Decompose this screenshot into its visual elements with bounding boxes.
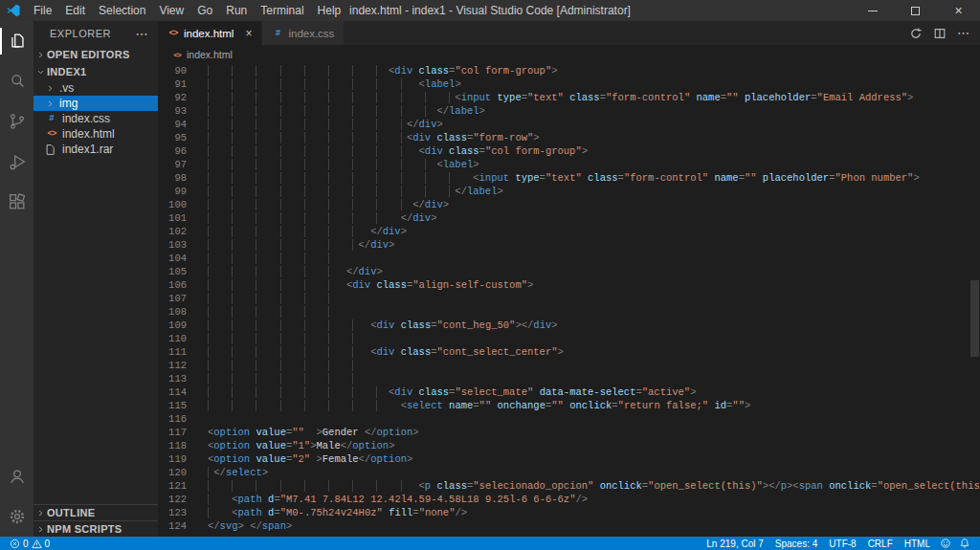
- code-line[interactable]: 99 </label>: [158, 185, 980, 198]
- code-line-text: [187, 372, 370, 385]
- notifications-bell-icon[interactable]: [955, 538, 974, 549]
- code-line[interactable]: 119<option value="2" >Female</option>: [158, 452, 980, 466]
- code-line[interactable]: 115 <select name="" onchange="" onclick=…: [158, 399, 980, 412]
- open-changes-icon[interactable]: [909, 27, 923, 40]
- code-line-text: <p class="selecionado_opcion" onclick="o…: [187, 479, 980, 493]
- problems-indicator[interactable]: 0 0: [6, 539, 54, 549]
- code-line[interactable]: 113: [158, 372, 980, 385]
- menu-view[interactable]: View: [152, 0, 190, 21]
- section-open-editors[interactable]: OPEN EDITORS: [33, 46, 158, 63]
- code-line[interactable]: 92 <input type="text" class="form-contro…: [158, 91, 980, 104]
- code-line[interactable]: 97 <label>: [158, 158, 980, 171]
- menu-selection[interactable]: Selection: [92, 0, 152, 21]
- code-line[interactable]: 96 <div class="col form-group">: [158, 144, 980, 158]
- maximize-button[interactable]: [894, 0, 937, 21]
- code-line[interactable]: 108: [158, 305, 980, 319]
- code-line[interactable]: 112: [158, 359, 980, 372]
- split-editor-icon[interactable]: [933, 27, 947, 40]
- status-ln-219-col-7[interactable]: Ln 219, Col 7: [701, 539, 769, 549]
- code-line[interactable]: 106 <div class="align-self-custom">: [158, 278, 980, 292]
- code-line[interactable]: 101 </div>: [158, 211, 980, 225]
- line-number: 101: [158, 211, 187, 225]
- chevron-right-icon: [36, 525, 45, 534]
- status-spaces-4[interactable]: Spaces: 4: [769, 539, 823, 549]
- code-line[interactable]: 98 <input type="text" class="form-contro…: [158, 171, 980, 185]
- code-line[interactable]: 117<option value="" >Gender </option>: [158, 426, 980, 439]
- menu-go[interactable]: Go: [190, 0, 219, 21]
- error-icon: [10, 539, 20, 549]
- menu-run[interactable]: Run: [219, 0, 254, 21]
- files-icon: [7, 31, 28, 52]
- activity-source-control[interactable]: [0, 101, 33, 142]
- code-line[interactable]: 105 </div>: [158, 265, 980, 278]
- status-utf-8[interactable]: UTF-8: [823, 539, 861, 549]
- section-project[interactable]: INDEX1: [33, 63, 158, 80]
- line-number: 109: [158, 319, 187, 332]
- error-count: 0: [23, 539, 29, 549]
- code-line[interactable]: 93 </label>: [158, 104, 980, 118]
- tree-item-label: .vs: [59, 81, 74, 95]
- code-line[interactable]: 124</svg> </span>: [158, 519, 980, 533]
- status-crlf[interactable]: CRLF: [862, 539, 899, 549]
- code-line[interactable]: 116: [158, 412, 980, 426]
- breadcrumb-item[interactable]: index.html: [187, 49, 233, 60]
- tree-item-vs[interactable]: .vs: [33, 80, 158, 96]
- tab-index-html[interactable]: <>index.html×: [158, 21, 262, 45]
- status-html[interactable]: HTML: [899, 539, 936, 549]
- code-line[interactable]: 121 <p class="selecionado_opcion" onclic…: [158, 479, 980, 493]
- code-line[interactable]: 100 </div>: [158, 198, 980, 211]
- tree-item-index1-rar[interactable]: index1.rar: [33, 142, 158, 157]
- code-line[interactable]: 90 <div class="col form-group">: [158, 64, 980, 77]
- code-editor[interactable]: 90 <div class="col form-group">91 <label…: [158, 64, 980, 537]
- tree-item-index-html[interactable]: <>index.html: [33, 126, 158, 142]
- activity-settings[interactable]: [0, 496, 33, 537]
- code-line[interactable]: 123 <path d="M0-.75h24v24H0z" fill="none…: [158, 506, 980, 519]
- code-line[interactable]: 120 </select>: [158, 466, 980, 479]
- line-number: 116: [158, 412, 187, 426]
- minimize-button[interactable]: [851, 0, 894, 21]
- code-line[interactable]: 95 <div class="form-row">: [158, 131, 980, 144]
- code-line[interactable]: 118<option value="1">Male</option>: [158, 439, 980, 452]
- code-line[interactable]: 110: [158, 332, 980, 345]
- activity-account[interactable]: [0, 456, 33, 496]
- indent-guides: [208, 386, 389, 398]
- activity-explorer[interactable]: [0, 21, 33, 61]
- code-line[interactable]: 114 <div class="select_mate" data-mate-s…: [158, 385, 980, 399]
- tree-item-index-css[interactable]: #index.css: [33, 111, 158, 126]
- line-number: 97: [158, 158, 187, 171]
- more-actions-icon[interactable]: ⋯: [957, 27, 969, 39]
- code-line[interactable]: 111 <div class="cont_select_center">: [158, 345, 980, 359]
- chevron-right-icon: [36, 509, 45, 517]
- menu-edit[interactable]: Edit: [58, 0, 92, 21]
- code-line-text: </label>: [187, 104, 485, 118]
- code-line[interactable]: 102 </div>: [158, 225, 980, 238]
- code-line[interactable]: 94 </div>: [158, 118, 980, 131]
- activity-run-debug[interactable]: [0, 142, 33, 182]
- code-line[interactable]: 122 <path d="M7.41 7.84L12 12.42l4.59-4.…: [158, 493, 980, 506]
- menu-terminal[interactable]: Terminal: [254, 0, 310, 21]
- code-line-text: <option value="" >Gender </option>: [187, 426, 419, 439]
- section-outline[interactable]: OUTLINE: [33, 504, 158, 520]
- vertical-scrollbar[interactable]: [970, 280, 979, 357]
- code-line[interactable]: 109 <div class="cont_heg_50"></div>: [158, 319, 980, 332]
- feedback-smiley-icon[interactable]: [936, 538, 955, 549]
- html-file-icon: <>: [46, 129, 57, 139]
- status-bar: 0 0 Ln 219, Col 7Spaces: 4UTF-8CRLFHTML: [0, 537, 980, 550]
- code-line-text: [187, 252, 346, 265]
- code-line[interactable]: 91 <label>: [158, 77, 980, 91]
- tab-index-css[interactable]: #index.css: [262, 21, 345, 45]
- code-line[interactable]: 103 </div>: [158, 238, 980, 252]
- menu-help[interactable]: Help: [311, 0, 348, 21]
- sidebar-bottom-sections: OUTLINE NPM SCRIPTS: [33, 504, 158, 537]
- activity-extensions[interactable]: [0, 182, 33, 222]
- menu-file[interactable]: File: [27, 0, 58, 21]
- tab-close-icon[interactable]: ×: [245, 28, 252, 39]
- explorer-more-actions-icon[interactable]: ⋯: [136, 27, 149, 41]
- line-number: 96: [158, 144, 187, 158]
- code-line[interactable]: 104: [158, 252, 980, 265]
- activity-search[interactable]: [0, 61, 33, 101]
- section-npm-scripts[interactable]: NPM SCRIPTS: [33, 520, 158, 537]
- close-button[interactable]: ×: [937, 0, 980, 21]
- code-line[interactable]: 107: [158, 292, 980, 305]
- tree-item-img[interactable]: img: [33, 96, 158, 111]
